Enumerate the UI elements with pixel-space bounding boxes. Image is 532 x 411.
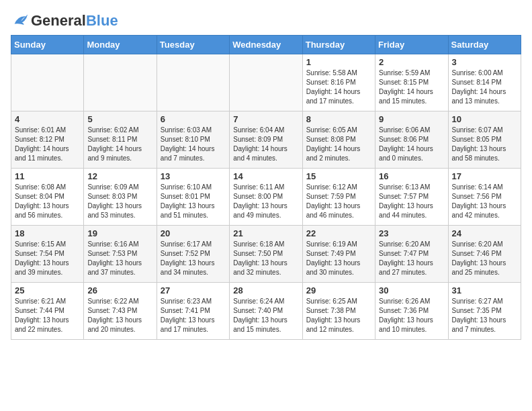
day-number: 5 [87, 114, 152, 124]
calendar-cell: 23Sunrise: 6:20 AM Sunset: 7:47 PM Dayli… [375, 226, 448, 283]
day-number: 29 [306, 285, 371, 295]
day-number: 10 [452, 114, 517, 124]
logo: GeneralBlue [11, 11, 118, 30]
calendar-cell: 21Sunrise: 6:18 AM Sunset: 7:50 PM Dayli… [230, 226, 302, 283]
day-info: Sunrise: 6:19 AM Sunset: 7:49 PM Dayligh… [306, 240, 371, 277]
calendar-header-monday: Monday [84, 36, 157, 54]
calendar-cell: 19Sunrise: 6:16 AM Sunset: 7:53 PM Dayli… [84, 226, 157, 283]
day-info: Sunrise: 5:59 AM Sunset: 8:15 PM Dayligh… [379, 68, 444, 106]
calendar-cell: 29Sunrise: 6:25 AM Sunset: 7:38 PM Dayli… [302, 283, 375, 340]
calendar-cell: 15Sunrise: 6:12 AM Sunset: 7:59 PM Dayli… [302, 169, 375, 226]
day-number: 15 [306, 171, 371, 181]
calendar-cell [11, 54, 84, 111]
day-number: 13 [161, 171, 226, 181]
day-number: 16 [379, 171, 444, 181]
day-number: 28 [233, 285, 298, 295]
day-info: Sunrise: 6:03 AM Sunset: 8:10 PM Dayligh… [161, 126, 226, 163]
calendar-cell: 7Sunrise: 6:04 AM Sunset: 8:09 PM Daylig… [230, 111, 302, 169]
calendar-cell: 24Sunrise: 6:20 AM Sunset: 7:46 PM Dayli… [448, 226, 521, 283]
calendar-cell: 3Sunrise: 6:00 AM Sunset: 8:14 PM Daylig… [448, 54, 521, 111]
calendar-header-sunday: Sunday [11, 36, 84, 54]
day-number: 18 [15, 228, 80, 238]
day-number: 14 [233, 171, 298, 181]
day-info: Sunrise: 5:58 AM Sunset: 8:16 PM Dayligh… [306, 68, 371, 106]
calendar-cell: 26Sunrise: 6:22 AM Sunset: 7:43 PM Dayli… [84, 283, 157, 340]
day-info: Sunrise: 6:15 AM Sunset: 7:54 PM Dayligh… [15, 240, 80, 277]
day-info: Sunrise: 6:20 AM Sunset: 7:46 PM Dayligh… [452, 240, 517, 277]
day-info: Sunrise: 6:23 AM Sunset: 7:41 PM Dayligh… [161, 297, 226, 334]
day-number: 3 [452, 57, 517, 67]
day-info: Sunrise: 6:24 AM Sunset: 7:40 PM Dayligh… [233, 297, 298, 334]
calendar-header-wednesday: Wednesday [230, 36, 302, 54]
day-info: Sunrise: 6:18 AM Sunset: 7:50 PM Dayligh… [233, 240, 298, 277]
day-number: 26 [87, 285, 152, 295]
calendar-cell: 20Sunrise: 6:17 AM Sunset: 7:52 PM Dayli… [157, 226, 229, 283]
day-info: Sunrise: 6:13 AM Sunset: 7:57 PM Dayligh… [379, 183, 444, 220]
day-info: Sunrise: 6:05 AM Sunset: 8:08 PM Dayligh… [306, 126, 371, 163]
day-info: Sunrise: 6:11 AM Sunset: 8:00 PM Dayligh… [233, 183, 298, 220]
day-number: 21 [233, 228, 298, 238]
logo-bird-icon [11, 11, 30, 30]
calendar-cell: 13Sunrise: 6:10 AM Sunset: 8:01 PM Dayli… [157, 169, 229, 226]
calendar-cell: 25Sunrise: 6:21 AM Sunset: 7:44 PM Dayli… [11, 283, 84, 340]
day-info: Sunrise: 6:04 AM Sunset: 8:09 PM Dayligh… [233, 126, 298, 163]
day-info: Sunrise: 6:02 AM Sunset: 8:11 PM Dayligh… [87, 126, 152, 163]
calendar-cell: 18Sunrise: 6:15 AM Sunset: 7:54 PM Dayli… [11, 226, 84, 283]
day-info: Sunrise: 6:21 AM Sunset: 7:44 PM Dayligh… [15, 297, 80, 334]
day-info: Sunrise: 6:22 AM Sunset: 7:43 PM Dayligh… [87, 297, 152, 334]
day-number: 24 [452, 228, 517, 238]
logo-name: GeneralBlue [31, 12, 118, 30]
day-info: Sunrise: 6:27 AM Sunset: 7:35 PM Dayligh… [452, 297, 517, 334]
day-number: 9 [379, 114, 444, 124]
day-number: 17 [452, 171, 517, 181]
calendar-cell: 4Sunrise: 6:01 AM Sunset: 8:12 PM Daylig… [11, 111, 84, 169]
day-number: 22 [306, 228, 371, 238]
day-info: Sunrise: 6:10 AM Sunset: 8:01 PM Dayligh… [161, 183, 226, 220]
calendar-header-thursday: Thursday [302, 36, 375, 54]
day-info: Sunrise: 6:00 AM Sunset: 8:14 PM Dayligh… [452, 68, 517, 106]
calendar-cell: 14Sunrise: 6:11 AM Sunset: 8:00 PM Dayli… [230, 169, 302, 226]
calendar-cell: 31Sunrise: 6:27 AM Sunset: 7:35 PM Dayli… [448, 283, 521, 340]
calendar-header-friday: Friday [375, 36, 448, 54]
calendar-cell: 10Sunrise: 6:07 AM Sunset: 8:05 PM Dayli… [448, 111, 521, 169]
day-info: Sunrise: 6:16 AM Sunset: 7:53 PM Dayligh… [87, 240, 152, 277]
day-info: Sunrise: 6:01 AM Sunset: 8:12 PM Dayligh… [15, 126, 80, 163]
day-number: 19 [87, 228, 152, 238]
calendar-week-2: 4Sunrise: 6:01 AM Sunset: 8:12 PM Daylig… [11, 111, 521, 169]
calendar-week-1: 1Sunrise: 5:58 AM Sunset: 8:16 PM Daylig… [11, 54, 521, 111]
day-info: Sunrise: 6:06 AM Sunset: 8:06 PM Dayligh… [379, 126, 444, 163]
calendar-cell: 9Sunrise: 6:06 AM Sunset: 8:06 PM Daylig… [375, 111, 448, 169]
day-number: 20 [161, 228, 226, 238]
calendar-cell: 2Sunrise: 5:59 AM Sunset: 8:15 PM Daylig… [375, 54, 448, 111]
calendar-cell: 6Sunrise: 6:03 AM Sunset: 8:10 PM Daylig… [157, 111, 229, 169]
day-number: 25 [15, 285, 80, 295]
day-info: Sunrise: 6:25 AM Sunset: 7:38 PM Dayligh… [306, 297, 371, 334]
calendar-cell: 28Sunrise: 6:24 AM Sunset: 7:40 PM Dayli… [230, 283, 302, 340]
day-number: 7 [233, 114, 298, 124]
day-number: 1 [306, 57, 371, 67]
calendar-cell: 11Sunrise: 6:08 AM Sunset: 8:04 PM Dayli… [11, 169, 84, 226]
day-number: 23 [379, 228, 444, 238]
day-info: Sunrise: 6:12 AM Sunset: 7:59 PM Dayligh… [306, 183, 371, 220]
calendar-cell: 8Sunrise: 6:05 AM Sunset: 8:08 PM Daylig… [302, 111, 375, 169]
calendar-cell: 1Sunrise: 5:58 AM Sunset: 8:16 PM Daylig… [302, 54, 375, 111]
calendar-cell: 27Sunrise: 6:23 AM Sunset: 7:41 PM Dayli… [157, 283, 229, 340]
day-number: 6 [161, 114, 226, 124]
day-number: 2 [379, 57, 444, 67]
day-info: Sunrise: 6:07 AM Sunset: 8:05 PM Dayligh… [452, 126, 517, 163]
calendar-cell [84, 54, 157, 111]
calendar-cell: 16Sunrise: 6:13 AM Sunset: 7:57 PM Dayli… [375, 169, 448, 226]
day-info: Sunrise: 6:20 AM Sunset: 7:47 PM Dayligh… [379, 240, 444, 277]
day-number: 8 [306, 114, 371, 124]
calendar-cell [157, 54, 229, 111]
day-info: Sunrise: 6:26 AM Sunset: 7:36 PM Dayligh… [379, 297, 444, 334]
day-number: 11 [15, 171, 80, 181]
calendar-cell: 22Sunrise: 6:19 AM Sunset: 7:49 PM Dayli… [302, 226, 375, 283]
calendar-header-saturday: Saturday [448, 36, 521, 54]
calendar-cell: 5Sunrise: 6:02 AM Sunset: 8:11 PM Daylig… [84, 111, 157, 169]
calendar-header-row: SundayMondayTuesdayWednesdayThursdayFrid… [11, 36, 521, 54]
calendar-header-tuesday: Tuesday [157, 36, 229, 54]
calendar-cell: 30Sunrise: 6:26 AM Sunset: 7:36 PM Dayli… [375, 283, 448, 340]
calendar-week-5: 25Sunrise: 6:21 AM Sunset: 7:44 PM Dayli… [11, 283, 521, 340]
calendar-week-3: 11Sunrise: 6:08 AM Sunset: 8:04 PM Dayli… [11, 169, 521, 226]
